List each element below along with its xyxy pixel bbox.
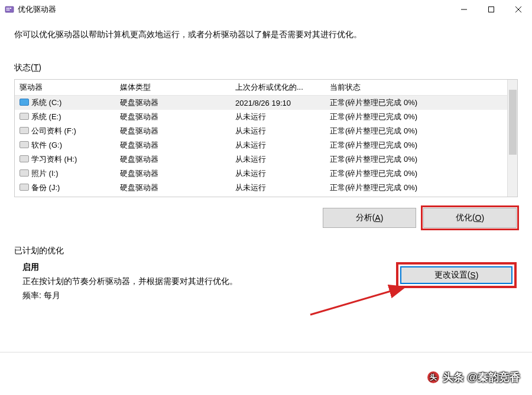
change-settings-button[interactable]: 更改设置(S): [400, 266, 512, 284]
scheduled-description: 正在按计划的节奏分析驱动器，并根据需要对其进行优化。: [22, 276, 238, 287]
optimize-button[interactable]: 优化(O): [423, 208, 517, 228]
drive-last: 从未运行: [231, 181, 325, 195]
table-row[interactable]: 软件 (G:)硬盘驱动器从未运行正常(碎片整理已完成 0%): [15, 138, 517, 152]
watermark: 头 头条 @秦韵竞香: [427, 370, 520, 384]
scheduled-frequency: 频率: 每月: [22, 290, 238, 301]
svg-rect-5: [8, 9, 9, 11]
drive-icon: [20, 169, 29, 177]
drive-name: 公司资料 (F:): [31, 126, 76, 135]
watermark-icon: 头: [427, 371, 439, 383]
drive-list[interactable]: 驱动器 媒体类型 上次分析或优化的... 当前状态 系统 (C:)硬盘驱动器20…: [14, 79, 518, 197]
table-row[interactable]: 公司资料 (F:)硬盘驱动器从未运行正常(碎片整理已完成 0%): [15, 124, 517, 138]
window-title: 优化驱动器: [18, 4, 450, 15]
drive-last: 从未运行: [231, 138, 325, 152]
analyze-button[interactable]: 分析(A): [323, 208, 416, 228]
drive-last: 从未运行: [231, 152, 325, 167]
vertical-scrollbar[interactable]: [507, 80, 517, 197]
svg-rect-1: [7, 8, 8, 9]
drive-last: 从未运行: [231, 167, 325, 181]
column-header-status[interactable]: 当前状态: [325, 80, 517, 96]
drive-name: 系统 (E:): [31, 112, 61, 121]
table-row[interactable]: 系统 (C:)硬盘驱动器2021/8/26 19:10正常(碎片整理已完成 0%…: [15, 96, 517, 110]
scrollbar-thumb[interactable]: [509, 90, 517, 155]
column-header-media[interactable]: 媒体类型: [115, 80, 231, 96]
drive-media: 硬盘驱动器: [115, 181, 231, 195]
drive-last: 从未运行: [231, 124, 325, 138]
drive-last: 从未运行: [231, 110, 325, 124]
drive-status: 正常(碎片整理已完成 0%): [325, 181, 517, 195]
drive-media: 硬盘驱动器: [115, 124, 231, 138]
defrag-icon: [5, 5, 14, 14]
svg-rect-4: [7, 9, 8, 11]
drive-status: 正常(碎片整理已完成 0%): [325, 167, 517, 181]
close-button[interactable]: [505, 0, 532, 19]
drive-last: 2021/8/26 19:10: [231, 96, 325, 110]
drive-name: 学习资料 (H:): [31, 155, 77, 164]
divider: [0, 352, 532, 352]
column-header-last[interactable]: 上次分析或优化的...: [231, 80, 325, 96]
drive-name: 系统 (C:): [31, 98, 61, 107]
drive-status: 正常(碎片整理已完成 0%): [325, 110, 517, 124]
svg-rect-2: [8, 8, 9, 9]
table-row[interactable]: 备份 (J:)硬盘驱动器从未运行正常(碎片整理已完成 0%): [15, 181, 517, 195]
drive-icon: [20, 184, 29, 191]
drive-status: 正常(碎片整理已完成 0%): [325, 152, 517, 167]
scheduled-section-label: 已计划的优化: [14, 246, 518, 256]
drive-media: 硬盘驱动器: [115, 152, 231, 167]
status-section-label: 状态(T): [14, 63, 518, 73]
drive-icon: [20, 127, 29, 134]
drive-icon: [20, 141, 29, 148]
drive-icon: [20, 99, 29, 106]
maximize-button[interactable]: [478, 0, 505, 19]
drive-status: 正常(碎片整理已完成 0%): [325, 96, 517, 110]
drive-icon: [20, 155, 29, 162]
drive-media: 硬盘驱动器: [115, 138, 231, 152]
table-row[interactable]: 照片 (I:)硬盘驱动器从未运行正常(碎片整理已完成 0%): [15, 167, 517, 181]
scheduled-enabled-label: 启用: [22, 262, 238, 273]
drive-name: 备份 (J:): [31, 183, 60, 192]
drive-media: 硬盘驱动器: [115, 96, 231, 110]
svg-rect-3: [10, 8, 11, 9]
drive-status: 正常(碎片整理已完成 0%): [325, 124, 517, 138]
minimize-button[interactable]: [450, 0, 478, 19]
drive-media: 硬盘驱动器: [115, 167, 231, 181]
drive-name: 软件 (G:): [31, 141, 62, 149]
drive-media: 硬盘驱动器: [115, 110, 231, 124]
svg-rect-7: [489, 7, 494, 12]
column-header-drive[interactable]: 驱动器: [15, 80, 115, 96]
description-text: 你可以优化驱动器以帮助计算机更高效地运行，或者分析驱动器以了解是否需要对其进行优…: [14, 30, 518, 40]
drive-status: 正常(碎片整理已完成 0%): [325, 138, 517, 152]
drive-icon: [20, 113, 29, 120]
table-row[interactable]: 学习资料 (H:)硬盘驱动器从未运行正常(碎片整理已完成 0%): [15, 152, 517, 167]
table-row[interactable]: 系统 (E:)硬盘驱动器从未运行正常(碎片整理已完成 0%): [15, 110, 517, 124]
drive-name: 照片 (I:): [31, 169, 59, 178]
